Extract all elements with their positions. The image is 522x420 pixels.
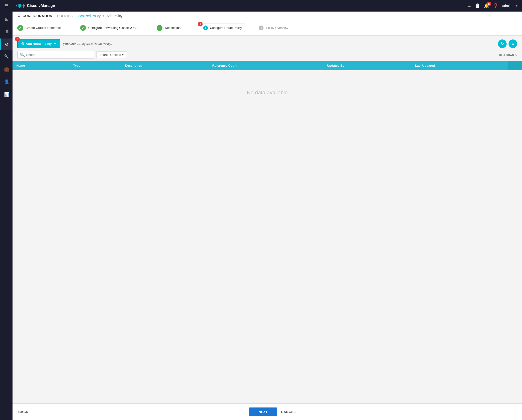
search-options-button[interactable]: Search Options ▾: [96, 51, 127, 58]
search-options-label: Search Options: [100, 53, 121, 57]
main-content: Cisco vManage ☁ 📋 🔔 11 ❓ admin ▼ ⚙ CONFI…: [13, 0, 522, 420]
wizard-step-5[interactable]: ○ Policy Overview: [259, 25, 294, 30]
step-2-icon: ✓: [80, 25, 86, 31]
sidebar-nav: ⊞ 🖥 ⚙ 🔧 💼 👤 📊: [0, 14, 13, 100]
search-input-wrapper: 🔍: [17, 51, 94, 59]
footer: BACK Next CANCEL: [13, 403, 522, 420]
add-route-wrapper: 2 ⊕ Add Route Policy ▼: [17, 39, 60, 48]
no-data-message: No data available: [13, 70, 522, 115]
gear-icon: ⚙: [5, 42, 9, 47]
sidebar-item-configuration[interactable]: ⚙: [0, 38, 13, 50]
step-2-label: Configure Forwarding Classes/QoS: [88, 26, 138, 30]
sub-header: 2 ⊕ Add Route Policy ▼ (Add and Configur…: [13, 36, 522, 61]
monitor-icon: 🖥: [5, 29, 9, 34]
breadcrumb-arrow: >: [102, 14, 104, 18]
user-dropdown-icon[interactable]: ▼: [515, 4, 518, 8]
cisco-logo-icon: [16, 3, 25, 9]
col-last-updated: Last Updated: [411, 61, 507, 70]
sub-header-top: 2 ⊕ Add Route Policy ▼ (Add and Configur…: [17, 39, 517, 48]
sidebar-item-users[interactable]: 👤: [0, 76, 13, 88]
config-gear-icon: ⚙: [17, 14, 21, 18]
navbar-logo: Cisco vManage: [16, 3, 55, 9]
col-description: Description: [121, 61, 208, 70]
search-options-chevron-icon: ▾: [122, 53, 124, 57]
step-1-icon: ✓: [17, 25, 23, 31]
no-data-row: No data available: [13, 70, 522, 115]
svg-rect-1: [18, 4, 19, 7]
notification-icon[interactable]: 🔔 11: [484, 3, 489, 8]
header-policies: POLICIES: [57, 14, 73, 18]
next-button[interactable]: Next: [249, 407, 277, 416]
hamburger-icon: ☰: [4, 3, 8, 8]
refresh-button[interactable]: ↻: [498, 39, 507, 48]
step-divider-2: [145, 28, 155, 28]
step-1-label: Create Groups of Interest: [25, 26, 61, 30]
top-navbar: Cisco vManage ☁ 📋 🔔 11 ❓ admin ▼: [13, 0, 522, 12]
plus-icon: ⊕: [21, 41, 24, 46]
col-actions: [507, 61, 522, 70]
search-input[interactable]: [26, 53, 92, 57]
wizard-steps: ✓ Create Groups of Interest ✓ Configure …: [13, 20, 522, 36]
wizard-step-3[interactable]: ✓ Description: [157, 25, 186, 31]
navbar-right: ☁ 📋 🔔 11 ❓ admin ▼: [467, 3, 518, 8]
help-icon[interactable]: ❓: [493, 3, 499, 8]
svg-rect-3: [20, 4, 21, 7]
refresh-icon: ↻: [501, 41, 504, 46]
step-divider-4: [247, 28, 257, 28]
sidebar-item-tools[interactable]: 🔧: [0, 51, 13, 63]
step-5-icon: ○: [259, 25, 263, 30]
sidebar-item-analytics[interactable]: 📊: [0, 89, 13, 100]
step-3-label: Description: [165, 26, 181, 30]
header-bar: ⚙ CONFIGURATION | POLICIES Localized Pol…: [13, 12, 522, 20]
add-route-dropdown-icon: ▼: [54, 42, 56, 45]
sidebar-item-work[interactable]: 💼: [0, 63, 13, 75]
app-title: Cisco vManage: [27, 4, 55, 8]
sidebar-item-monitor[interactable]: 🖥: [0, 26, 13, 38]
step-4-icon: ●: [203, 25, 208, 30]
wizard-step-1[interactable]: ✓ Create Groups of Interest: [17, 25, 67, 31]
route-policy-table: Name Type Description Reference Count Up…: [13, 61, 522, 115]
tools-icon: 🔧: [4, 54, 9, 60]
sidebar-item-dashboard[interactable]: ⊞: [0, 14, 13, 25]
breadcrumb-link[interactable]: Localized Policy: [77, 14, 100, 18]
sub-header-description: (Add and Configure a Route Policy): [63, 42, 112, 46]
cloud-icon[interactable]: ☁: [467, 3, 471, 8]
svg-rect-6: [24, 5, 25, 7]
table-container: Name Type Description Reference Count Up…: [13, 61, 522, 403]
search-icon: 🔍: [20, 53, 25, 57]
step-3-icon: ✓: [157, 25, 162, 31]
sidebar: ☰ ⊞ 🖥 ⚙ 🔧 💼 👤 📊: [0, 0, 13, 420]
step-divider-3: [188, 28, 198, 28]
col-name: Name: [13, 61, 69, 70]
svg-rect-4: [22, 5, 23, 7]
col-reference-count: Reference Count: [208, 61, 323, 70]
header-page-title: Add Policy: [107, 14, 123, 18]
user-menu[interactable]: admin: [502, 4, 511, 8]
hamburger-menu[interactable]: ☰: [0, 0, 13, 12]
step-divider-1: [69, 28, 78, 28]
menu-button[interactable]: ≡: [508, 39, 517, 48]
col-updated-by: Updated By: [323, 61, 411, 70]
svg-rect-2: [19, 4, 20, 8]
config-label: CONFIGURATION: [23, 14, 53, 18]
notification-badge: 11: [487, 2, 491, 6]
svg-rect-0: [16, 5, 17, 7]
header-separator: |: [54, 14, 55, 18]
add-route-label: Add Route Policy: [26, 42, 52, 46]
analytics-icon: 📊: [4, 92, 9, 97]
footer-center: Next CANCEL: [249, 407, 296, 416]
hamburger-list-icon: ≡: [512, 42, 514, 46]
back-button[interactable]: BACK: [18, 410, 28, 414]
col-type: Type: [69, 61, 121, 70]
search-bar: 🔍 Search Options ▾ Total Rows: 0: [17, 51, 517, 59]
wizard-step-4[interactable]: 1 ● Configure Route Policy: [200, 23, 245, 32]
total-rows-label: Total Rows: 0: [499, 53, 517, 57]
clipboard-icon[interactable]: 📋: [475, 3, 480, 8]
add-route-button[interactable]: ⊕ Add Route Policy ▼: [17, 39, 60, 48]
svg-rect-5: [23, 4, 24, 8]
step-4-label: Configure Route Policy: [210, 26, 242, 30]
users-icon: 👤: [4, 79, 9, 84]
wizard-step-2[interactable]: ✓ Configure Forwarding Classes/QoS: [80, 25, 143, 31]
cancel-button[interactable]: CANCEL: [281, 410, 296, 414]
table-header-row: Name Type Description Reference Count Up…: [13, 61, 522, 70]
